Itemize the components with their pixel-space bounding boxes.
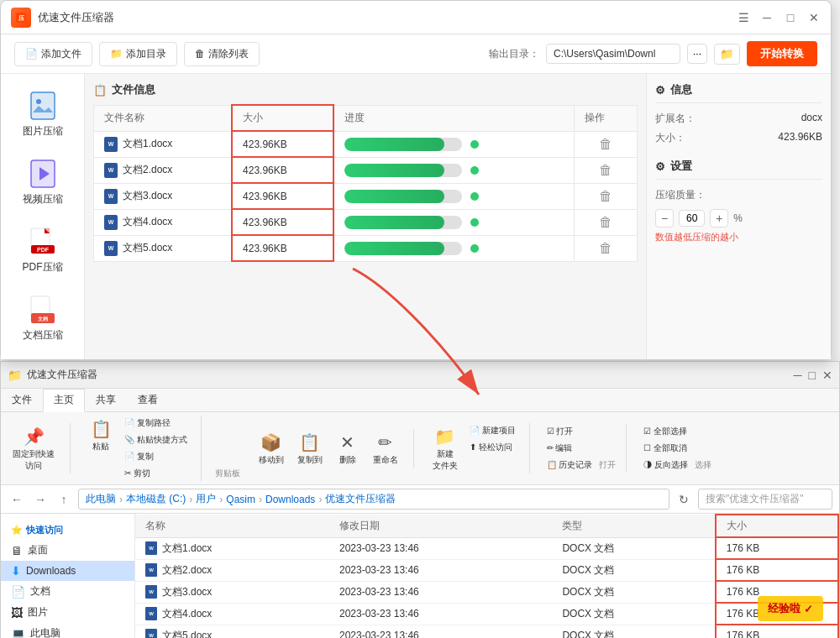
sidebar-item-pdf[interactable]: PDF PDF压缩 xyxy=(9,218,76,283)
up-button[interactable]: ↑ xyxy=(55,490,73,509)
ribbon-paste-button[interactable]: 📋 粘贴 xyxy=(84,416,118,454)
start-convert-button[interactable]: 开始转换 xyxy=(747,41,817,66)
maximize-button[interactable]: □ xyxy=(784,11,797,24)
size-value: 423.96KB xyxy=(778,131,822,145)
col-type[interactable]: 类型 xyxy=(552,515,715,537)
dots-button[interactable]: ··· xyxy=(687,44,707,64)
col-size-explorer[interactable]: 大小 xyxy=(716,515,838,537)
watermark-text: 经验啦 xyxy=(768,601,801,616)
ribbon-tab-view[interactable]: 查看 xyxy=(127,389,169,411)
titlebar-left: 压 优速文件压缩器 xyxy=(11,8,114,28)
ribbon-delete-button[interactable]: ✕ 删除 xyxy=(331,429,365,468)
ribbon-edit-button[interactable]: ✏ 编辑 xyxy=(543,441,596,456)
explorer-minimize-button[interactable]: ─ xyxy=(794,369,802,382)
delete-btn-2[interactable]: 🗑 xyxy=(599,189,612,203)
ext-label: 扩展名： xyxy=(655,112,696,126)
close-button[interactable]: ✕ xyxy=(807,11,821,24)
sidebar-downloads[interactable]: ⬇ Downloads xyxy=(1,561,134,581)
quick-access-icon: ⭐ xyxy=(11,525,23,536)
path-appname[interactable]: 优速文件压缩器 xyxy=(325,492,396,506)
ribbon-copy-to-button[interactable]: 📋 复制到 xyxy=(292,429,328,468)
easy-access-label: ⬆ 轻松访问 xyxy=(470,442,516,453)
forward-button[interactable]: → xyxy=(31,490,50,509)
delete-btn-4[interactable]: 🗑 xyxy=(599,241,612,255)
docx-icon-2: W xyxy=(104,189,118,204)
ribbon-new-folder-button[interactable]: 📁 新建文件夹 xyxy=(428,423,463,473)
delete-btn-3[interactable]: 🗑 xyxy=(599,215,612,229)
col-name[interactable]: 名称 xyxy=(135,515,329,537)
ribbon-copy-button[interactable]: 📄 复制 xyxy=(121,449,191,464)
address-path[interactable]: 此电脑 › 本地磁盘 (C:) › 用户 › Qasim › Downloads… xyxy=(78,489,669,510)
sidebar-item-image[interactable]: 图片压缩 xyxy=(9,82,76,147)
list-item[interactable]: W 文档2.docx 2023-03-23 13:46 DOCX 文档 176 … xyxy=(135,559,838,581)
path-computer[interactable]: 此电脑 xyxy=(86,492,116,506)
hamburger-icon[interactable]: ☰ xyxy=(737,11,750,24)
list-item[interactable]: W 文档5.docx 2023-03-23 13:46 DOCX 文档 176 … xyxy=(135,625,838,638)
col-date[interactable]: 修改日期 xyxy=(329,515,552,537)
sidebar-pictures[interactable]: 🖼 图片 xyxy=(1,602,134,623)
new-item-label: 📄 新建项目 xyxy=(470,425,516,437)
top-titlebar: 压 优速文件压缩器 ☰ ─ □ ✕ xyxy=(1,1,831,34)
docx-icon-1: W xyxy=(104,163,118,178)
settings-section: ⚙ 设置 压缩质量： − 60 + % 数值越低压缩的越小 xyxy=(655,159,822,243)
desktop-label: 桌面 xyxy=(28,543,48,557)
delete-btn-1[interactable]: 🗑 xyxy=(599,163,612,177)
explorer-maximize-button[interactable]: □ xyxy=(809,369,816,382)
sidebar-documents[interactable]: 📄 文档 xyxy=(1,581,134,602)
ribbon-rename-button[interactable]: ✏ 重命名 xyxy=(368,429,403,468)
ribbon-tab-share[interactable]: 共享 xyxy=(85,389,127,411)
file-name-cell: W 文档3.docx xyxy=(94,183,233,209)
folder-button[interactable]: 📁 xyxy=(714,44,740,65)
this-pc-icon: 💻 xyxy=(11,627,25,639)
pictures-icon: 🖼 xyxy=(11,606,23,620)
ribbon-select-none-button[interactable]: ☐ 全部取消 xyxy=(640,441,691,456)
sidebar-item-doc[interactable]: 文档 文档压缩 xyxy=(9,286,76,351)
explorer-file-type-0: DOCX 文档 xyxy=(552,537,715,559)
ribbon-move-button[interactable]: 📦 移动到 xyxy=(254,429,289,468)
ribbon-tab-file[interactable]: 文件 xyxy=(1,389,43,411)
refresh-button[interactable]: ↻ xyxy=(675,490,693,509)
quality-decrease-button[interactable]: − xyxy=(655,209,674,227)
pdf-icon: PDF xyxy=(29,227,56,257)
list-item[interactable]: W 文档3.docx 2023-03-23 13:46 DOCX 文档 176 … xyxy=(135,581,838,603)
sidebar-desktop[interactable]: 🖥 桌面 xyxy=(1,540,134,561)
back-button[interactable]: ← xyxy=(8,490,26,509)
ribbon-history-button[interactable]: 📋 历史记录 xyxy=(543,458,596,473)
explorer-close-button[interactable]: ✕ xyxy=(822,369,832,382)
ribbon-open-button[interactable]: ☑ 打开 xyxy=(543,424,596,439)
list-item[interactable]: W 文档4.docx 2023-03-23 13:46 DOCX 文档 176 … xyxy=(135,603,838,625)
ribbon-new-item-button[interactable]: 📄 新建项目 xyxy=(466,423,519,438)
ribbon-tab-home[interactable]: 主页 xyxy=(43,389,85,412)
quality-row: 压缩质量： − 60 + % 数值越低压缩的越小 xyxy=(655,188,822,243)
sidebar-this-pc[interactable]: 💻 此电脑 xyxy=(1,623,134,638)
path-downloads[interactable]: Downloads xyxy=(265,494,315,505)
ribbon-paste-shortcut-button[interactable]: 📎 粘贴快捷方式 xyxy=(121,432,191,447)
file-progress-0 xyxy=(333,131,574,157)
image-icon xyxy=(29,91,56,121)
ribbon-invert-select-button[interactable]: ◑ 反向选择 xyxy=(640,458,691,473)
add-dir-button[interactable]: 📁 添加目录 xyxy=(99,42,177,66)
minimize-button[interactable]: ─ xyxy=(760,11,774,24)
list-item[interactable]: W 文档1.docx 2023-03-23 13:46 DOCX 文档 176 … xyxy=(135,537,838,559)
file-name-1: 文档2.docx xyxy=(123,163,172,177)
clear-list-button[interactable]: 🗑 清除列表 xyxy=(184,42,260,66)
ribbon-copy-path-button[interactable]: 📄 复制路径 xyxy=(121,416,191,431)
add-file-button[interactable]: 📄 添加文件 xyxy=(14,42,92,66)
ribbon-easy-access-button[interactable]: ⬆ 轻松访问 xyxy=(466,440,519,455)
path-disk[interactable]: 本地磁盘 (C:) xyxy=(126,492,186,506)
quality-increase-button[interactable]: + xyxy=(710,209,728,227)
ribbon-cut-button[interactable]: ✂ 剪切 xyxy=(121,466,191,481)
quality-unit: % xyxy=(733,212,743,224)
sidebar-item-video[interactable]: 视频压缩 xyxy=(9,150,76,215)
search-box[interactable]: 搜索"优速文件压缩器" xyxy=(698,489,832,510)
copy-to-label: 复制到 xyxy=(297,454,323,466)
path-qasim[interactable]: Qasim xyxy=(226,494,255,505)
file-action-1: 🗑 xyxy=(574,157,637,183)
ribbon-group-pin: 📌 固定到快速访问 xyxy=(8,423,71,473)
ribbon-pin-button[interactable]: 📌 固定到快速访问 xyxy=(8,423,60,473)
ribbon-select-all-button[interactable]: ☑ 全部选择 xyxy=(640,424,691,439)
delete-btn-0[interactable]: 🗑 xyxy=(599,137,612,151)
add-file-icon: 📄 xyxy=(25,48,38,60)
path-users[interactable]: 用户 xyxy=(196,492,216,506)
explorer-docx-icon-0: W xyxy=(145,541,157,555)
